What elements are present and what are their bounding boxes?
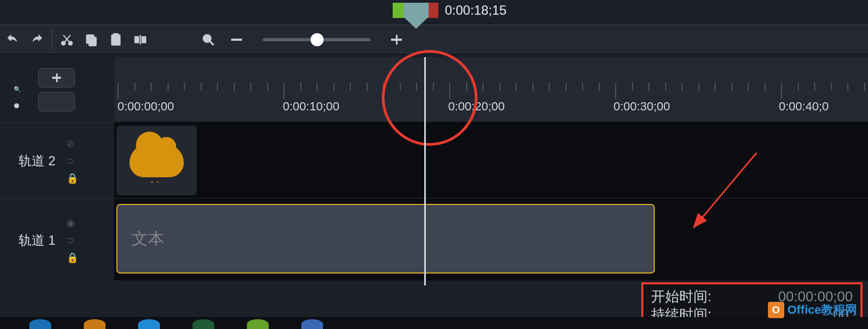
zoom-thumb[interactable] — [311, 33, 324, 46]
watermark-brand: Office教程网 — [788, 302, 857, 318]
zoom-icon[interactable] — [196, 27, 220, 52]
ruler-label: 0:00:30;00 — [613, 100, 670, 114]
clip-text[interactable]: 文本 — [116, 204, 655, 274]
watermark: O Office教程网 — [768, 302, 857, 318]
marker-out-icon — [429, 3, 438, 18]
zoom-out-button[interactable] — [220, 27, 253, 52]
split-button[interactable] — [128, 27, 152, 52]
paste-button[interactable] — [103, 27, 128, 52]
cloud-icon: ::::::::: • • — [129, 144, 184, 177]
expand-track-button[interactable] — [38, 92, 75, 111]
track1-header[interactable]: 轨道 1 ◉ ⊃ 🔒 — [0, 198, 114, 281]
svg-line-10 — [210, 41, 214, 45]
magnet-icon[interactable]: ⊃ — [66, 234, 78, 246]
lock-icon[interactable]: 🔒 — [66, 252, 78, 264]
redo-button[interactable] — [24, 27, 49, 52]
svg-rect-5 — [113, 34, 118, 36]
playhead-line[interactable] — [424, 57, 426, 285]
side-mini-controls: ↕🔍– — [0, 63, 33, 117]
clip-text-label: 文本 — [132, 228, 164, 250]
zoom-slider[interactable] — [263, 38, 370, 41]
track1-lane[interactable]: 文本 — [114, 198, 868, 281]
copy-button[interactable] — [79, 27, 103, 52]
svg-rect-7 — [142, 36, 146, 42]
ruler-label: 0:00:00;00 — [117, 100, 174, 114]
ruler-label: 0:00:10;00 — [283, 100, 339, 114]
start-time-label: 开始时间: — [651, 288, 711, 306]
track2-label: 轨道 2 — [18, 152, 55, 170]
svg-point-9 — [203, 35, 210, 42]
magnet-icon[interactable]: ⊃ — [66, 155, 78, 167]
track2-icons: ⊘ ⊃ 🔒 — [66, 138, 78, 184]
playhead-time: 0:00:18;15 — [445, 3, 506, 18]
visibility-icon[interactable]: ◉ — [66, 217, 78, 229]
track1-label: 轨道 1 — [18, 232, 55, 249]
zoom-in-button[interactable] — [380, 27, 413, 52]
marker-in-icon — [393, 3, 404, 18]
watermark-badge-icon: O — [768, 302, 784, 318]
timeline-ruler[interactable]: 0:00:00;00 0:00:10;00 0:00:20;00 0:00:30… — [114, 57, 868, 122]
clip-cloud[interactable]: ::::::::: • • — [116, 126, 197, 195]
taskbar — [0, 317, 868, 329]
undo-button[interactable] — [0, 27, 24, 52]
add-track-button[interactable] — [38, 68, 75, 88]
track2-lane[interactable]: ::::::::: • • — [114, 122, 868, 198]
playhead-marker[interactable]: 0:00:18;15 — [393, 3, 506, 18]
visibility-off-icon[interactable]: ⊘ — [66, 138, 78, 150]
svg-rect-6 — [135, 36, 139, 42]
ruler-label: 0:00:40;0 — [779, 100, 829, 114]
playhead-handle-icon[interactable] — [404, 3, 429, 18]
track1-icons: ◉ ⊃ 🔒 — [66, 217, 78, 264]
cut-button[interactable] — [54, 27, 79, 52]
svg-rect-3 — [89, 37, 96, 45]
separator — [51, 29, 52, 50]
track2-header[interactable]: 轨道 2 ⊘ ⊃ 🔒 — [0, 122, 114, 198]
annotation-circle — [382, 50, 478, 146]
lock-icon[interactable]: 🔒 — [66, 172, 78, 184]
